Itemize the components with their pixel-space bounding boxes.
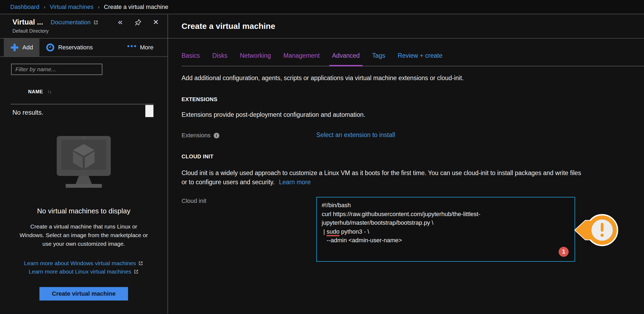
cloudinit-description: Cloud init is a widely used approach to … bbox=[182, 168, 587, 187]
misspelled-word-underline: sudo bbox=[327, 228, 340, 236]
learn-windows-label: Learn more about Windows virtual machine… bbox=[24, 259, 136, 267]
learn-linux-link[interactable]: Learn more about Linux virtual machines bbox=[29, 267, 139, 276]
tab-tags[interactable]: Tags bbox=[372, 52, 385, 66]
close-blade-icon[interactable]: ✕ bbox=[152, 18, 160, 26]
extensions-field-label: Extensions bbox=[182, 132, 211, 139]
code-line: jupyterhub/master/bootstrap/bootstrap.py… bbox=[322, 219, 570, 227]
breadcrumb-link-virtual-machines[interactable]: Virtual machines bbox=[50, 4, 93, 11]
plus-icon bbox=[10, 43, 19, 52]
blade-title: Virtual ... bbox=[12, 18, 43, 26]
extensions-heading: EXTENSIONS bbox=[182, 96, 644, 103]
empty-state-title: No virtual machines to display bbox=[11, 207, 157, 215]
breadcrumb-separator: › bbox=[44, 4, 45, 10]
step-badge: 1 bbox=[559, 247, 569, 257]
info-icon[interactable]: i bbox=[214, 133, 219, 138]
add-label: Add bbox=[22, 44, 33, 51]
tab-advanced[interactable]: Advanced bbox=[332, 52, 360, 66]
filter-input[interactable] bbox=[11, 64, 102, 75]
tab-management[interactable]: Management bbox=[283, 52, 320, 66]
warning-callout-icon bbox=[573, 210, 619, 250]
code-line: --admin <admin-user-name> bbox=[322, 236, 570, 245]
breadcrumb-separator: › bbox=[98, 4, 99, 10]
code-line: | sudo python3 - \ bbox=[322, 227, 570, 236]
documentation-link[interactable]: Documentation bbox=[51, 19, 99, 26]
pin-icon[interactable] bbox=[134, 18, 142, 26]
no-results-text: No results. bbox=[12, 109, 43, 116]
create-vm-panel: Create a virtual machine BasicsDisksNetw… bbox=[168, 14, 644, 313]
ellipsis-icon: ••• bbox=[127, 45, 137, 48]
breadcrumb: Dashboard › Virtual machines › Create a … bbox=[0, 0, 644, 14]
empty-state-description: Create a virtual machine that runs Linux… bbox=[19, 222, 149, 248]
learn-more-link[interactable]: Learn more bbox=[279, 179, 311, 186]
documentation-label: Documentation bbox=[51, 19, 91, 26]
name-column-label: NAME bbox=[28, 89, 43, 95]
blade-toolbar: Add Reservations ••• More bbox=[0, 39, 167, 57]
learn-windows-link[interactable]: Learn more about Windows virtual machine… bbox=[24, 259, 143, 267]
intro-text: Add additional configuration, agents, sc… bbox=[182, 74, 644, 82]
code-line: #!/bin/bash bbox=[322, 201, 570, 210]
code-line: curl https://raw.githubusercontent.com/j… bbox=[322, 210, 570, 219]
breadcrumb-current: Create a virtual machine bbox=[104, 4, 168, 11]
external-link-icon bbox=[93, 20, 99, 25]
cloudinit-description-text: Cloud init is a widely used approach to … bbox=[182, 169, 581, 186]
panel-header: Create a virtual machine bbox=[168, 14, 644, 39]
directory-subtitle: Default Directory bbox=[12, 28, 163, 34]
scrollbar-thumb[interactable] bbox=[145, 105, 153, 117]
more-button[interactable]: ••• More bbox=[121, 39, 160, 56]
page-title: Create a virtual machine bbox=[182, 22, 275, 31]
reservations-button[interactable]: Reservations bbox=[39, 39, 99, 56]
tab-review-create[interactable]: Review + create bbox=[398, 52, 442, 66]
external-link-icon bbox=[138, 261, 143, 266]
breadcrumb-link-dashboard[interactable]: Dashboard bbox=[10, 4, 39, 11]
virtual-machines-blade: Virtual ... Documentation « ✕ Default Di… bbox=[0, 14, 168, 313]
name-column-header[interactable]: NAME ↑↓ bbox=[28, 89, 167, 95]
tab-networking[interactable]: Networking bbox=[240, 52, 271, 66]
sort-icon: ↑↓ bbox=[47, 89, 51, 95]
cloudinit-field-label: Cloud init bbox=[182, 197, 206, 204]
cloudinit-heading: CLOUD INIT bbox=[182, 153, 644, 160]
extensions-description: Extensions provide post-deployment confi… bbox=[182, 111, 644, 118]
collapse-blade-icon[interactable]: « bbox=[116, 18, 124, 26]
tab-basics[interactable]: Basics bbox=[182, 52, 200, 66]
add-button[interactable]: Add bbox=[4, 39, 39, 56]
tab-disks[interactable]: Disks bbox=[212, 52, 227, 66]
learn-linux-label: Learn more about Linux virtual machines bbox=[29, 267, 131, 276]
reservations-label: Reservations bbox=[58, 44, 93, 51]
more-label: More bbox=[140, 44, 153, 51]
blade-header: Virtual ... Documentation « ✕ Default Di… bbox=[0, 14, 167, 39]
cloudinit-code-editor[interactable]: #!/bin/bashcurl https://raw.githubuserco… bbox=[316, 197, 575, 262]
vm-monitor-icon bbox=[56, 136, 111, 188]
empty-state: No virtual machines to display Create a … bbox=[0, 136, 167, 301]
wizard-tabs: BasicsDisksNetworkingManagementAdvancedT… bbox=[182, 39, 644, 66]
external-link-icon bbox=[133, 269, 139, 274]
clock-icon bbox=[46, 43, 55, 52]
select-extension-link[interactable]: Select an extension to install bbox=[316, 131, 395, 138]
create-vm-button[interactable]: Create virtual machine bbox=[39, 287, 128, 301]
